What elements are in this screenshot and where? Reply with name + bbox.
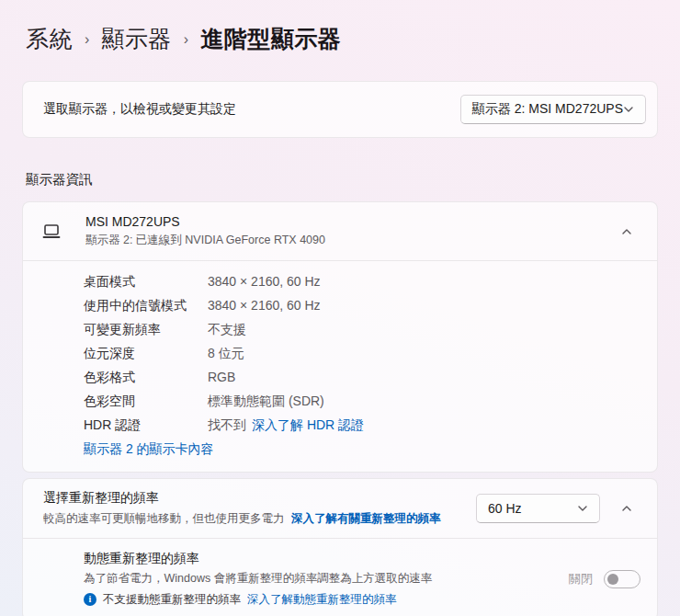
chevron-right-icon: › [85,29,89,48]
info-row-active-signal-mode: 使用中的信號模式 3840 × 2160, 60 Hz [84,293,642,317]
display-info-header[interactable]: MSI MD272UPS 顯示器 2: 已連線到 NVIDIA GeForce … [23,202,657,260]
display-info-card: MSI MD272UPS 顯示器 2: 已連線到 NVIDIA GeForce … [22,201,658,473]
adapter-properties-row: 顯示器 2 的顯示卡內容 [84,437,642,461]
drr-subtitle: 為了節省電力，Windows 會將重新整理的頻率調整為上方選取的速率 [84,569,560,587]
refresh-rate-subtitle: 較高的速率可更順暢地移動，但也使用更多電力 [43,512,285,525]
drr-title: 動態重新整理的頻率 [84,549,560,567]
toggle-state-label: 關閉 [569,571,593,587]
display-info-section-title: 顯示器資訊 [22,171,658,189]
monitor-connection: 顯示器 2: 已連線到 NVIDIA GeForce RTX 4090 [85,233,613,248]
info-row-variable-refresh-rate: 可變更新頻率 不支援 [84,317,642,341]
drr-learn-more-link[interactable]: 深入了解動態重新整理的頻率 [247,590,397,609]
refresh-rate-value: 60 Hz [488,501,522,516]
info-row-hdr-certification: HDR 認證 找不到 深入了解 HDR 認證 [84,413,642,437]
monitor-icon [41,222,62,241]
chevron-up-icon [621,503,632,514]
advanced-display-settings-page: 系統 › 顯示器 › 進階型顯示器 選取顯示器，以檢視或變更其設定 顯示器 2:… [0,22,680,616]
chevron-right-icon: › [184,29,188,48]
select-display-label: 選取顯示器，以檢視或變更其設定 [43,101,236,118]
select-display-card: 選取顯示器，以檢視或變更其設定 顯示器 2: MSI MD272UPS [22,81,658,138]
refresh-rate-dropdown[interactable]: 60 Hz [476,494,600,523]
page-title: 進階型顯示器 [200,24,341,54]
info-row-color-space: 色彩空間 標準動態範圍 (SDR) [84,389,642,413]
display-select-dropdown[interactable]: 顯示器 2: MSI MD272UPS [460,95,646,124]
refresh-rate-card: 選擇重新整理的頻率 較高的速率可更順暢地移動，但也使用更多電力 深入了解有關重新… [22,478,658,616]
hdr-learn-more-link[interactable]: 深入了解 HDR 認證 [252,413,364,437]
chevron-down-icon [623,104,634,115]
info-icon: i [84,593,96,606]
monitor-name: MSI MD272UPS [85,214,613,229]
breadcrumb: 系統 › 顯示器 › 進階型顯示器 [22,22,658,55]
drr-toggle[interactable] [604,570,640,588]
refresh-rate-header: 選擇重新整理的頻率 較高的速率可更順暢地移動，但也使用更多電力 深入了解有關重新… [23,479,657,538]
info-row-color-format: 色彩格式 RGB [84,365,642,389]
display-adapter-properties-link[interactable]: 顯示器 2 的顯示卡內容 [84,441,214,456]
refresh-rate-title: 選擇重新整理的頻率 [43,490,465,507]
drr-not-supported-text: 不支援動態重新整理的頻率 [103,590,241,609]
dynamic-refresh-rate-section: 動態重新整理的頻率 為了節省電力，Windows 會將重新整理的頻率調整為上方選… [23,539,657,616]
collapse-expander-button[interactable] [613,495,640,522]
display-select-value: 顯示器 2: MSI MD272UPS [472,101,623,118]
info-row-desktop-mode: 桌面模式 3840 × 2160, 60 Hz [84,269,642,293]
toggle-knob [607,574,618,585]
chevron-down-icon [577,503,588,514]
display-info-details: 桌面模式 3840 × 2160, 60 Hz 使用中的信號模式 3840 × … [23,261,657,472]
breadcrumb-item-system[interactable]: 系統 [26,24,73,54]
info-row-bit-depth: 位元深度 8 位元 [84,341,642,365]
breadcrumb-item-display[interactable]: 顯示器 [101,24,172,54]
chevron-up-icon [621,226,632,237]
refresh-rate-learn-more-link[interactable]: 深入了解有關重新整理的頻率 [291,512,441,525]
collapse-expander-button[interactable] [613,218,640,245]
